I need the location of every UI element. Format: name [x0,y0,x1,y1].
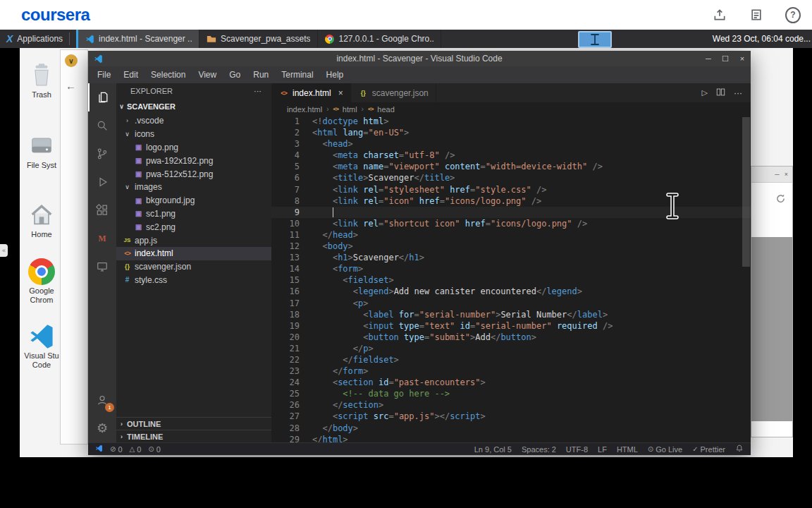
desktop-icon-trash[interactable]: Trash [21,61,62,99]
remote-indicator-icon[interactable] [95,445,103,454]
language-mode[interactable]: HTML [617,445,638,454]
chevron-down-button[interactable]: ∨ [65,54,78,67]
code-line-27[interactable]: 27 <script src="app.js"></script> [271,411,751,422]
file-index.html[interactable]: <>index.html [116,247,271,260]
breadcrumb-head[interactable]: head [377,105,394,114]
breadcrumb-html[interactable]: html [343,105,357,114]
code-line-17[interactable]: 17 <p> [271,298,751,309]
bell-icon[interactable] [735,444,744,454]
code-line-3[interactable]: 3 <head> [271,138,751,150]
search-icon[interactable] [88,111,116,140]
outline-section[interactable]: › OUTLINE [116,417,271,430]
encoding[interactable]: UTF-8 [566,445,588,454]
applications-menu-icon[interactable]: X [6,33,13,44]
code-line-18[interactable]: 18 <label for="serial-number">Serial Num… [271,309,751,320]
file-sc2.png[interactable]: ▣sc2.png [116,220,271,234]
menu-run[interactable]: Run [247,70,275,80]
prettier-button[interactable]: ✓ Prettier [692,445,725,454]
refresh-icon[interactable] [775,193,786,204]
split-editor-icon[interactable] [716,87,725,99]
desktop-icon-vscode[interactable]: Visual Stu Code [21,323,62,370]
extensions-icon[interactable] [88,196,116,224]
code-line-16[interactable]: 16 <legend>Add new canister encountered<… [271,286,751,297]
explorer-actions-icon[interactable]: ··· [254,87,262,95]
taskbar-window-2[interactable]: Scavenger_pwa_assets [199,30,318,48]
minimize-button[interactable]: ─ [775,171,779,178]
close-button[interactable]: × [785,171,788,178]
code-line-2[interactable]: 2<html lang="en-US"> [271,127,751,138]
problems-errors[interactable]: ⊘ 0 [110,445,123,454]
close-tab-icon[interactable]: × [338,88,343,98]
extension-m-icon[interactable]: M [88,224,116,253]
code-line-29[interactable]: 29</html> [271,434,751,442]
file-app.js[interactable]: JSapp.js [116,234,271,247]
editor-scrollbar[interactable] [742,117,750,267]
project-section-header[interactable]: ∨ SCAVENGER [116,99,271,114]
status-extra-counter[interactable]: ⊙ 0 [148,445,161,454]
code-line-12[interactable]: 12 <body> [271,241,751,252]
remote-explorer-icon[interactable] [88,253,116,281]
desktop-icon-chrome[interactable]: Google Chrom [21,258,62,305]
notes-icon[interactable] [749,7,764,23]
tab-scavenger.json[interactable]: {}scavenger.json [351,83,436,102]
code-line-26[interactable]: 26 </section> [271,399,751,411]
breadcrumb-file[interactable]: index.html [287,105,322,114]
code-line-23[interactable]: 23 </form> [271,365,751,377]
file-images[interactable]: ∨images [116,181,271,194]
file-scavenger.json[interactable]: {}scavenger.json [116,260,271,274]
settings-gear-icon[interactable]: ⚙ [88,414,116,442]
back-arrow-icon[interactable]: ← [66,80,76,92]
code-line-20[interactable]: 20 <button type="submit">Add</button> [271,332,751,343]
maximize-button[interactable]: ☐ [717,54,734,64]
code-line-6[interactable]: 6 <title>Scavenger</title> [271,172,751,183]
code-line-28[interactable]: 28 </body> [271,423,751,434]
cursor-position[interactable]: Ln 9, Col 5 [474,445,512,454]
code-line-19[interactable]: 19 <input type="text" id="serial-number"… [271,320,751,332]
desktop-icon-filesystem[interactable]: File Syst [21,131,62,170]
timeline-section[interactable]: › TIMELINE [116,430,271,442]
file-pwa-512x512.png[interactable]: ▣pwa-512x512.png [116,167,271,181]
share-icon[interactable] [712,7,727,23]
menu-view[interactable]: View [192,70,223,80]
code-line-21[interactable]: 21 </p> [271,343,751,354]
code-line-1[interactable]: 1<!doctype html> [271,116,751,127]
file-.vscode[interactable]: ›.vscode [116,114,271,128]
minimize-button[interactable]: ─ [700,54,717,64]
problems-warnings[interactable]: △ 0 [130,445,142,454]
close-button[interactable]: × [734,54,751,64]
file-icons[interactable]: ∨icons [116,128,271,141]
code-editor[interactable]: 1<!doctype html>2<html lang="en-US">3 <h… [271,116,751,442]
go-live-button[interactable]: ⊙ Go Live [648,445,682,454]
file-logo.png[interactable]: ▣logo.png [116,141,271,155]
file-bkground.jpg[interactable]: ▣bkground.jpg [116,194,271,207]
file-pwa-192x192.png[interactable]: ▣pwa-192x192.png [116,154,271,167]
menu-help[interactable]: Help [320,70,350,80]
code-line-24[interactable]: 24 <section id="past-encounters"> [271,377,751,388]
run-debug-icon[interactable] [88,168,116,196]
taskbar-window-1[interactable]: index.html - Scavenger ... [76,30,199,48]
menu-go[interactable]: Go [223,70,247,80]
vscode-titlebar[interactable]: index.html - Scavenger - Visual Studio C… [88,51,751,66]
code-line-22[interactable]: 22 </fieldset> [271,354,751,365]
panel-handle[interactable]: « [0,244,8,257]
file-style.css[interactable]: #style.css [116,274,271,287]
code-line-4[interactable]: 4 <meta charset="utf-8" /> [271,150,751,161]
coursera-logo[interactable]: coursera [21,5,90,25]
tab-index.html[interactable]: <>index.html× [271,83,351,102]
code-line-15[interactable]: 15 <fieldset> [271,274,751,286]
code-line-25[interactable]: 25 <!-- data go here --> [271,388,751,399]
indentation[interactable]: Spaces: 2 [522,445,556,454]
eol-mode[interactable]: LF [598,445,607,454]
applications-menu[interactable]: Applications [17,34,63,44]
menu-edit[interactable]: Edit [117,70,144,80]
desktop-icon-home[interactable]: Home [21,200,62,239]
source-control-icon[interactable] [88,140,116,168]
menu-file[interactable]: File [91,70,117,80]
taskbar-window-3[interactable]: 127.0.0.1 - Google Chro... [318,30,441,48]
more-actions-icon[interactable]: ··· [734,88,742,98]
run-preview-icon[interactable]: ▷ [702,88,708,97]
account-icon[interactable]: 1 [88,386,116,414]
menu-selection[interactable]: Selection [144,70,192,80]
code-line-5[interactable]: 5 <meta name="viewport" content="width=d… [271,161,751,172]
file-sc1.png[interactable]: ▣sc1.png [116,207,271,221]
